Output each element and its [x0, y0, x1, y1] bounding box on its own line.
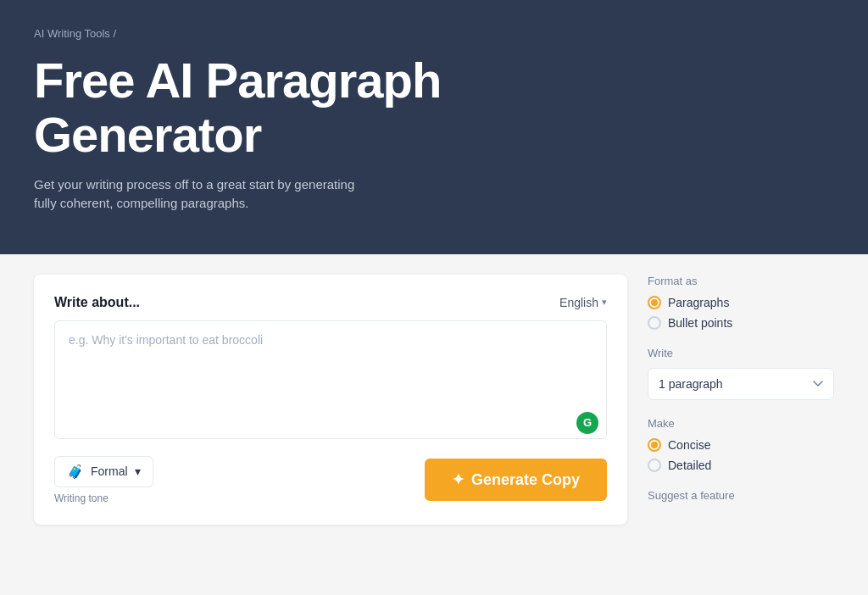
make-detailed[interactable]: Detailed [648, 459, 834, 472]
page-header: AI Writing Tools / Free AI Paragraph Gen… [0, 0, 868, 254]
tone-selector[interactable]: 🧳 Formal ▾ [54, 456, 153, 487]
radio-detailed-indicator [648, 459, 661, 472]
radio-paragraphs-indicator [648, 296, 661, 309]
format-radio-group: Paragraphs Bullet points [648, 296, 834, 330]
page-title: Free AI Paragraph Generator [34, 53, 834, 162]
tone-icon: 🧳 [67, 464, 84, 480]
chevron-down-icon: ▾ [602, 297, 607, 308]
topic-textarea[interactable] [54, 320, 607, 439]
radio-bullet-indicator [648, 316, 661, 330]
sparkle-icon: ✦ [452, 470, 465, 489]
paragraph-count-select[interactable]: 1 paragraph 2 paragraphs 3 paragraphs 4 … [648, 368, 834, 400]
make-concise[interactable]: Concise [648, 438, 834, 452]
write-about-label: Write about... [54, 295, 140, 310]
card-top-row: Write about... English ▾ [54, 295, 607, 310]
chevron-down-icon: ▾ [135, 464, 141, 478]
textarea-wrapper: G [54, 320, 607, 442]
right-sidebar: Format as Paragraphs Bullet points Write… [648, 275, 834, 525]
main-content: Write about... English ▾ G 🧳 Formal ▾ Wr… [0, 254, 868, 545]
writing-tone-label: Writing tone [54, 492, 153, 504]
generate-copy-button[interactable]: ✦ Generate Copy [425, 459, 607, 501]
write-label: Write [648, 347, 834, 359]
format-label: Format as [648, 275, 834, 287]
tool-card: Write about... English ▾ G 🧳 Formal ▾ Wr… [34, 275, 627, 525]
make-label: Make [648, 417, 834, 430]
format-paragraphs[interactable]: Paragraphs [648, 296, 834, 309]
card-bottom-row: 🧳 Formal ▾ Writing tone ✦ Generate Copy [54, 456, 607, 504]
page-subtitle: Get your writing process off to a great … [34, 175, 356, 214]
bottom-left: 🧳 Formal ▾ Writing tone [54, 456, 153, 504]
suggest-feature-link[interactable]: Suggest a feature [648, 489, 834, 502]
make-radio-group: Concise Detailed [648, 438, 834, 472]
breadcrumb: AI Writing Tools / [34, 27, 834, 40]
make-section: Make Concise Detailed [648, 417, 834, 472]
format-bullet-points[interactable]: Bullet points [648, 316, 834, 330]
format-section: Format as Paragraphs Bullet points [648, 275, 834, 330]
language-selector[interactable]: English ▾ [559, 296, 607, 309]
write-section: Write 1 paragraph 2 paragraphs 3 paragra… [648, 347, 834, 400]
grammarly-icon: G [576, 412, 598, 434]
radio-concise-indicator [648, 438, 661, 452]
